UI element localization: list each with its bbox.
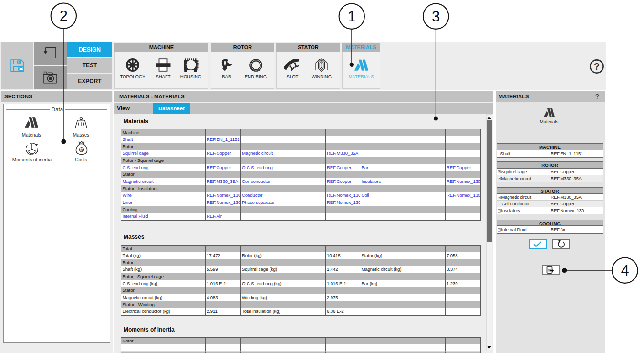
svg-text:3: 3 [432, 8, 440, 25]
svg-text:1: 1 [348, 8, 356, 25]
svg-text:4: 4 [621, 262, 629, 279]
svg-text:2: 2 [60, 8, 68, 24]
